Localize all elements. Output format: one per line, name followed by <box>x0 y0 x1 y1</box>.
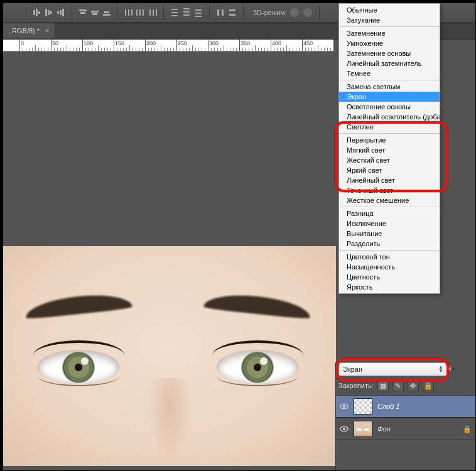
blend-mode-option[interactable]: Светлее <box>339 122 440 132</box>
canvas-area[interactable] <box>3 51 336 470</box>
blend-mode-option[interactable]: Цветность <box>339 272 440 282</box>
svg-rect-2 <box>38 11 40 14</box>
svg-rect-35 <box>229 9 235 11</box>
svg-rect-10 <box>80 12 85 14</box>
blend-mode-option[interactable]: Затемнение <box>339 28 440 38</box>
blend-mode-option[interactable]: Экран <box>339 92 440 102</box>
distribute-icon[interactable] <box>148 8 158 18</box>
distribute-icon[interactable] <box>124 8 134 18</box>
svg-rect-12 <box>92 13 97 15</box>
lock-transparency-icon[interactable]: ▦ <box>377 380 389 391</box>
lock-label: Закрепить: <box>338 382 374 389</box>
layer-name[interactable]: Слой 1 <box>377 403 400 410</box>
distribute-icon[interactable] <box>215 8 225 18</box>
blend-mode-option[interactable]: Затемнение основы <box>339 48 440 58</box>
blend-mode-option[interactable]: Мягкий свет <box>339 145 440 155</box>
layer-thumbnail <box>354 398 372 414</box>
blend-mode-option[interactable]: Яркость <box>339 282 440 292</box>
layer-row[interactable]: Фон🔒 <box>336 418 475 440</box>
blend-mode-dropdown[interactable]: ОбычныеЗатуханиеЗатемнениеУмножениеЗатем… <box>338 3 440 294</box>
blend-mode-option[interactable]: Разделить <box>339 239 440 249</box>
lock-row: Закрепить: ▦ ✎ ✥ 🔒 <box>338 380 473 391</box>
blend-mode-option[interactable]: Жесткий свет <box>339 155 440 165</box>
distribute-icon[interactable] <box>136 8 146 18</box>
blend-mode-option[interactable]: Перекрытие <box>339 135 440 145</box>
align-icon[interactable] <box>56 8 66 18</box>
blend-mode-option[interactable]: Линейный свет <box>339 175 440 185</box>
svg-rect-26 <box>171 15 178 16</box>
separator <box>319 6 320 19</box>
distribute-icon[interactable] <box>193 8 203 18</box>
svg-rect-16 <box>128 9 129 16</box>
svg-rect-0 <box>33 10 35 15</box>
distribute-icon[interactable] <box>170 8 180 18</box>
lock-move-icon[interactable]: ✥ <box>408 380 419 391</box>
separator <box>163 6 164 19</box>
blend-mode-option[interactable]: Насыщенность <box>339 262 440 272</box>
blend-mode-option[interactable]: Цветовой тон <box>339 252 440 262</box>
align-icon[interactable] <box>44 8 54 18</box>
svg-rect-14 <box>104 11 109 13</box>
svg-rect-23 <box>156 9 157 16</box>
separator <box>209 6 210 19</box>
blend-mode-option[interactable]: Осветление основы <box>339 102 440 112</box>
mode-toggle-icon[interactable] <box>303 8 312 17</box>
svg-rect-8 <box>62 9 64 16</box>
align-icon[interactable] <box>90 8 100 18</box>
svg-rect-7 <box>60 10 62 15</box>
blend-mode-option[interactable]: Вычитание <box>339 229 440 239</box>
blend-mode-option[interactable]: Обычные <box>339 5 440 15</box>
layer-thumbnail <box>354 421 372 437</box>
blend-mode-option[interactable]: Разница <box>339 208 440 219</box>
mode-label: 3D-режим: <box>253 9 287 16</box>
blend-mode-option[interactable]: Исключение <box>339 219 440 229</box>
visibility-icon[interactable] <box>340 402 349 411</box>
svg-rect-30 <box>195 9 202 11</box>
svg-rect-4 <box>48 10 50 15</box>
svg-rect-32 <box>195 16 202 17</box>
blend-mode-option[interactable]: Точечный свет <box>339 185 440 195</box>
svg-rect-21 <box>149 9 151 16</box>
lock-all-icon[interactable]: 🔒 <box>423 380 434 391</box>
blend-mode-option[interactable]: Темнее <box>339 68 440 78</box>
blend-mode-option[interactable]: Линейный осветлитель (добавить) <box>339 112 440 122</box>
distribute-icon[interactable] <box>181 8 192 18</box>
visibility-icon[interactable] <box>340 425 349 433</box>
svg-rect-36 <box>229 14 235 16</box>
layer-row[interactable]: Слой 1 <box>336 395 475 418</box>
svg-rect-27 <box>183 8 190 9</box>
align-icon[interactable] <box>102 8 112 18</box>
svg-rect-1 <box>36 9 38 16</box>
blend-mode-select[interactable]: Экран ▲▼ <box>338 362 448 376</box>
svg-rect-6 <box>57 11 59 14</box>
document-tab[interactable]: , RGB/8) * × <box>3 23 55 38</box>
lock-brush-icon[interactable]: ✎ <box>392 380 404 391</box>
align-icon[interactable] <box>32 8 42 18</box>
svg-rect-22 <box>153 9 154 16</box>
lock-icon: 🔒 <box>463 425 472 433</box>
svg-point-40 <box>343 428 345 430</box>
blend-mode-option[interactable]: Умножение <box>339 38 440 48</box>
distribute-icon[interactable] <box>227 8 237 18</box>
svg-rect-28 <box>183 11 190 13</box>
opacity-section[interactable]: Н▾ <box>444 362 474 375</box>
svg-rect-20 <box>143 9 144 16</box>
layer-name[interactable]: Фон <box>377 425 391 433</box>
layers-list: Слой 1Фон🔒 <box>336 395 475 440</box>
svg-rect-5 <box>50 11 52 14</box>
blend-mode-option[interactable]: Жесткое смешение <box>339 195 440 205</box>
svg-point-38 <box>343 405 345 408</box>
document-image <box>3 246 336 466</box>
mode-toggle-icon[interactable] <box>290 8 299 17</box>
svg-rect-19 <box>139 9 141 16</box>
svg-rect-24 <box>171 9 178 10</box>
close-icon[interactable]: × <box>45 26 50 35</box>
align-icon[interactable] <box>78 8 88 18</box>
blend-mode-option[interactable]: Линейный затемнитель <box>339 58 440 68</box>
svg-rect-13 <box>103 14 111 16</box>
blend-mode-option[interactable]: Затухание <box>339 15 440 25</box>
blend-mode-option[interactable]: Яркий свет <box>339 165 440 175</box>
svg-rect-25 <box>171 12 178 13</box>
blend-mode-option[interactable]: Замена светлым <box>339 82 440 92</box>
separator <box>72 6 72 19</box>
